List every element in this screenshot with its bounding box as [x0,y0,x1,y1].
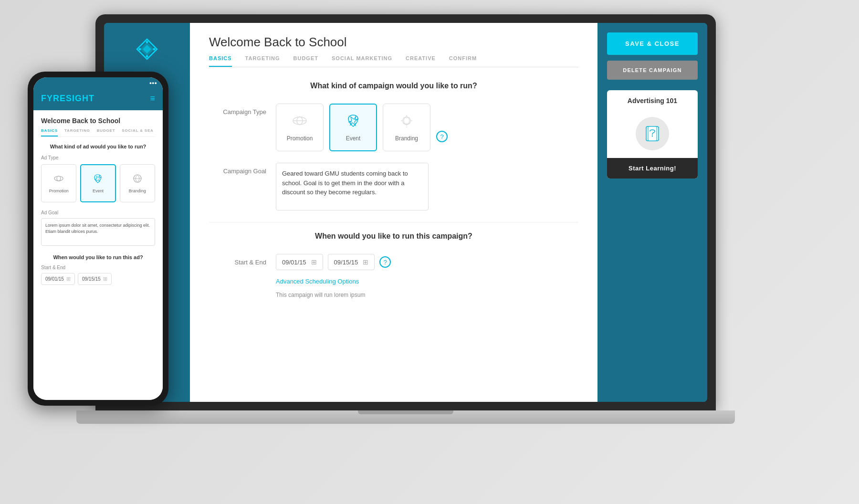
advanced-scheduling-link[interactable]: Advanced Scheduling Options [276,278,391,285]
phone-event-icon [93,173,103,186]
branding-icon [399,113,414,131]
phone-logo-sight: SIGHT [66,94,94,103]
phone-start-date-value: 09/01/15 [45,276,64,282]
end-date-field[interactable]: 09/15/15 ⊞ [328,254,375,270]
phone-tab-basics[interactable]: BASICS [41,128,58,136]
laptop: Welcome Back to School BASICS TARGETING … [76,14,735,453]
section1-question: What kind of campaign would you like to … [209,82,578,90]
campaign-run-note: This campaign will run lorem ipsum [276,292,391,298]
phone-branding-label: Branding [129,189,146,193]
type-option-promotion[interactable]: Promotion [276,104,324,151]
phone-tabs: BASICS TARGETING BUDGET SOCIAL & SEA [41,128,155,137]
event-icon [346,113,361,131]
svg-point-6 [139,48,141,51]
phone-promotion-icon [53,173,64,186]
phone-end-cal-icon: ⊞ [103,276,107,282]
phone-end-date-value: 09/15/15 [82,276,101,282]
event-label: Event [346,135,361,142]
phone-section1-question: What kind of ad would you like to run? [41,144,155,149]
branding-label: Branding [395,135,418,142]
ad-widget-title: Advertising 101 [607,90,698,109]
phone-end-date[interactable]: 09/15/15 ⊞ [78,273,112,285]
section-divider [209,222,578,222]
phone-start-date[interactable]: 09/01/15 ⊞ [41,273,75,285]
tab-budget[interactable]: BUDGET [293,55,318,67]
phone-event-label: Event [93,189,104,193]
type-option-branding[interactable]: Branding [383,104,430,151]
start-end-row: Start & End 09/01/15 ⊞ 09/15/15 [209,254,578,298]
phone-goal-input[interactable]: Lorem ipsum dolor sit amet, consectetur … [41,218,155,246]
tab-navigation: BASICS TARGETING BUDGET SOCIAL MARKETING… [209,55,578,67]
end-date-value: 09/15/15 [334,259,358,266]
phone: ●●● FYRESIGHT ≡ Welcome Back to School B… [28,72,168,406]
phone-tab-budget[interactable]: BUDGET [97,128,115,136]
laptop-main-content: Welcome Back to School BASICS TARGETING … [190,23,597,402]
phone-logo: FYRESIGHT [41,94,94,104]
laptop-sidebar-right: SAVE & CLOSE DELETE CAMPAIGN Advertising… [597,23,707,402]
phone-menu-icon[interactable]: ≡ [150,94,155,104]
svg-point-4 [153,48,156,51]
campaign-type-label: Campaign Type [209,104,266,116]
campaign-title: Welcome Back to School [209,35,578,50]
tab-creative[interactable]: CREATIVE [406,55,436,67]
advertising-book-icon [636,117,669,150]
phone-logo-fyre: FYRE [41,94,66,103]
laptop-base [76,410,735,424]
start-date-value: 09/01/15 [282,259,306,266]
svg-point-14 [54,176,63,181]
phone-section2-question: When would you like to run this ad? [41,254,155,260]
start-end-label: Start & End [209,254,266,266]
phone-ad-type-label: Ad Type [41,155,155,160]
phone-start-end-label: Start & End [41,265,155,270]
campaign-type-help-icon[interactable]: ? [436,131,448,142]
scene: Welcome Back to School BASICS TARGETING … [0,0,859,504]
start-calendar-icon: ⊞ [311,258,317,266]
phone-type-promotion[interactable]: Promotion [41,164,76,202]
promotion-icon [292,113,307,131]
save-close-button[interactable]: SAVE & CLOSE [607,32,698,55]
phone-signal: ●●● [149,81,157,85]
advertising-widget: Advertising 101 Start [607,90,698,178]
phone-promotion-label: Promotion [49,189,69,193]
type-option-event[interactable]: Event [329,104,377,151]
tab-targeting[interactable]: TARGETING [245,55,280,67]
svg-point-13 [652,136,653,136]
campaign-body: What kind of campaign would you like to … [190,67,597,402]
campaign-header: Welcome Back to School BASICS TARGETING … [190,23,597,67]
phone-header: FYRESIGHT ≡ [33,89,163,110]
phone-tab-targeting[interactable]: TARGETING [64,128,90,136]
date-inputs: 09/01/15 ⊞ 09/15/15 ⊞ ? [276,254,391,270]
svg-point-3 [146,41,148,43]
phone-screen: ●●● FYRESIGHT ≡ Welcome Back to School B… [33,77,163,400]
laptop-screen: Welcome Back to School BASICS TARGETING … [95,14,716,410]
phone-type-event[interactable]: Event [80,164,115,202]
laptop-logo-icon [135,37,159,61]
start-learning-button[interactable]: Start Learning! [607,158,698,178]
phone-type-branding[interactable]: Branding [120,164,155,202]
start-date-field[interactable]: 09/01/15 ⊞ [276,254,323,270]
phone-status-bar: ●●● [33,77,163,89]
campaign-goal-input[interactable]: Geared toward GMU students coming back t… [276,163,429,210]
tab-confirm[interactable]: CONFIRM [449,55,477,67]
section2-question: When would you like to run this campaign… [209,232,578,241]
promotion-label: Promotion [287,135,313,142]
laptop-screen-inner: Welcome Back to School BASICS TARGETING … [104,23,707,402]
campaign-goal-label: Campaign Goal [209,163,266,175]
svg-point-15 [57,176,61,181]
campaign-goal-row: Campaign Goal Geared toward GMU students… [209,163,578,210]
phone-tab-social[interactable]: SOCIAL & SEA [122,128,153,136]
phone-campaign-title: Welcome Back to School [41,117,155,125]
delete-campaign-button[interactable]: DELETE CAMPAIGN [607,61,698,80]
campaign-type-options: Promotion Event [276,104,448,151]
end-calendar-icon: ⊞ [363,258,368,266]
phone-branding-icon [132,173,143,186]
ad-widget-image [607,109,698,158]
phone-body: Welcome Back to School BASICS TARGETING … [33,110,163,400]
tab-basics[interactable]: BASICS [209,55,232,67]
phone-start-cal-icon: ⊞ [66,276,71,282]
phone-ad-goal-label: Ad Goal [41,210,155,215]
tab-social-marketing[interactable]: SOCIAL MARKETING [332,55,392,67]
date-help-icon[interactable]: ? [379,256,391,268]
phone-dates: 09/01/15 ⊞ 09/15/15 ⊞ [41,273,155,285]
svg-point-5 [146,55,148,58]
